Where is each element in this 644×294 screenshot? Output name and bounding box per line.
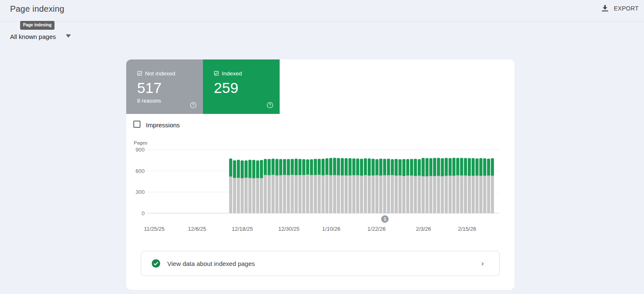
svg-text:1/10/26: 1/10/26	[322, 226, 340, 232]
svg-text:12/18/25: 12/18/25	[232, 226, 253, 232]
svg-text:300: 300	[135, 189, 145, 195]
svg-text:11/25/25: 11/25/25	[144, 226, 165, 232]
svg-text:2/15/26: 2/15/26	[458, 226, 476, 232]
svg-text:900: 900	[135, 147, 145, 153]
svg-text:12/30/25: 12/30/25	[278, 226, 300, 232]
svg-text:0: 0	[142, 210, 145, 217]
svg-text:600: 600	[135, 168, 145, 174]
svg-text:12/6/25: 12/6/25	[188, 226, 206, 232]
svg-text:Pages: Pages	[134, 140, 148, 145]
svg-text:1: 1	[384, 217, 386, 222]
svg-text:1/22/26: 1/22/26	[367, 226, 385, 232]
svg-text:2/3/26: 2/3/26	[416, 226, 431, 232]
